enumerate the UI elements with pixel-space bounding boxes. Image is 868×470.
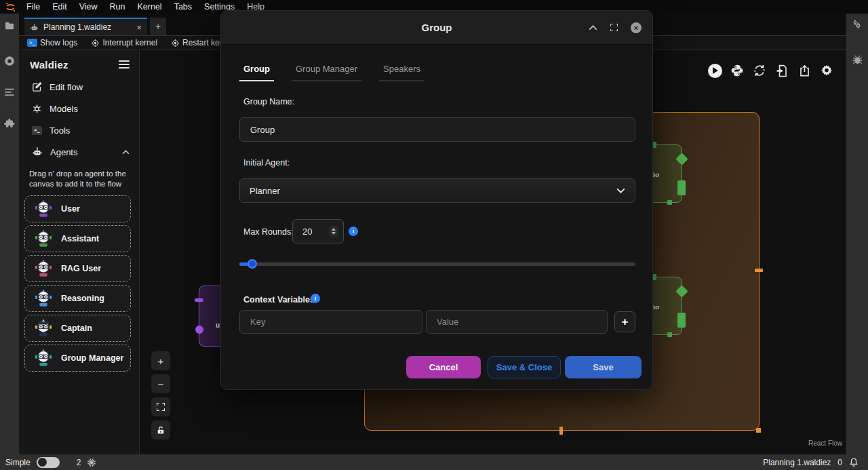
new-tab-button[interactable]: + <box>150 18 166 35</box>
agent-card-label: Reasoning <box>61 294 104 303</box>
agent-card-user[interactable]: User <box>24 195 131 222</box>
node-handle[interactable] <box>195 298 203 302</box>
slider-track[interactable] <box>239 262 635 266</box>
export-share-icon <box>798 64 811 77</box>
run-flow-button[interactable] <box>707 62 723 79</box>
node-handle[interactable] <box>677 180 686 195</box>
lock-icon <box>157 426 165 435</box>
agent-card-rag-user[interactable]: RAG User <box>24 255 131 282</box>
menu-edit[interactable]: Edit <box>46 2 73 12</box>
table-of-contents-icon[interactable] <box>0 87 19 97</box>
menu-kernel[interactable]: Kernel <box>132 2 168 12</box>
modal-tab-group[interactable]: Group <box>239 64 274 81</box>
play-icon <box>708 64 722 78</box>
terminal-icon: >_ <box>27 39 37 47</box>
node-handle[interactable] <box>195 326 203 334</box>
menu-run[interactable]: Run <box>104 2 132 12</box>
tab-close-icon[interactable]: × <box>136 23 142 32</box>
max-rounds-label: Max Rounds: <box>243 227 294 237</box>
interrupt-kernel-button[interactable]: Interrupt kernel <box>91 38 157 47</box>
sidebar-item-edit-flow[interactable]: Edit flow <box>19 76 139 98</box>
bell-icon[interactable] <box>849 457 859 467</box>
save-and-close-button[interactable]: Save & Close <box>488 356 561 378</box>
tab-planning-waldiez[interactable]: Planning 1.waldiez × <box>24 18 147 35</box>
max-rounds-value: 20 <box>302 227 330 237</box>
agent-card-assistant[interactable]: Assistant <box>24 225 131 252</box>
left-activity-bar <box>0 14 19 454</box>
agent-card-label: RAG User <box>61 264 101 273</box>
agent-avatar-icon <box>34 259 53 278</box>
fullscreen-icon[interactable] <box>610 24 618 31</box>
sidebar-item-models[interactable]: Models <box>19 98 139 119</box>
agent-card-label: User <box>61 204 80 214</box>
collapse-chevron-icon[interactable] <box>589 25 597 31</box>
interrupt-kernel-label: Interrupt kernel <box>102 38 157 47</box>
fit-view-icon <box>157 403 165 411</box>
sidebar-item-label: Tools <box>50 125 70 136</box>
kernel-count: 2 <box>77 458 81 467</box>
debugger-bug-icon[interactable] <box>846 54 868 66</box>
sidebar-title: Waldiez <box>30 59 119 71</box>
max-rounds-input[interactable]: 20 <box>292 219 344 243</box>
models-icon <box>32 104 42 114</box>
lock-button[interactable] <box>151 420 170 439</box>
node-handle[interactable] <box>677 313 686 328</box>
resize-handle-right[interactable] <box>755 269 763 272</box>
running-kernels-icon[interactable] <box>0 55 19 67</box>
agent-card-label: Assistant <box>61 234 99 243</box>
group-name-label: Group Name: <box>243 97 294 106</box>
settings-gear-icon[interactable] <box>818 62 835 79</box>
kernel-chip-icon[interactable] <box>87 458 96 467</box>
property-inspector-icon[interactable] <box>846 19 868 31</box>
extensions-icon[interactable] <box>0 118 19 130</box>
node-handle[interactable] <box>667 332 672 337</box>
cancel-button[interactable]: Cancel <box>406 356 481 378</box>
convert-flow-button[interactable] <box>751 62 768 79</box>
modal-close-icon[interactable]: × <box>631 22 642 33</box>
import-flow-button[interactable] <box>774 62 790 79</box>
modal-tab-speakers[interactable]: Speakers <box>379 64 425 81</box>
zoom-in-button[interactable]: + <box>151 351 170 370</box>
agent-avatar-icon <box>34 349 53 368</box>
info-icon[interactable]: i <box>311 294 320 303</box>
sidebar-item-agents[interactable]: Agents <box>19 141 139 163</box>
resize-handle-corner[interactable] <box>756 428 761 433</box>
file-browser-icon[interactable] <box>0 20 19 31</box>
hamburger-menu-icon[interactable] <box>119 58 130 71</box>
context-value-input[interactable] <box>426 310 608 334</box>
sidebar-item-tools[interactable]: >_ Tools <box>19 119 139 141</box>
chevron-up-icon[interactable] <box>122 150 130 155</box>
agent-card-label: Group Manager <box>61 353 123 363</box>
user-node-label: u <box>216 321 220 329</box>
agent-card-reasoning[interactable]: Reasoning <box>24 285 131 312</box>
resize-handle-bottom[interactable] <box>559 427 563 435</box>
zoom-out-button[interactable]: − <box>151 374 170 393</box>
add-context-variable-button[interactable]: + <box>614 311 635 332</box>
jupyter-logo <box>0 1 20 13</box>
context-key-input[interactable] <box>239 310 422 334</box>
slider-thumb[interactable] <box>248 259 257 269</box>
initial-agent-value: Planner <box>250 186 280 196</box>
group-settings-modal: Group × Group Group Manager Speakers Gro… <box>220 10 653 390</box>
node-handle[interactable] <box>667 200 672 205</box>
export-flow-button[interactable] <box>796 62 812 79</box>
number-stepper-icon[interactable] <box>330 226 338 237</box>
show-logs-button[interactable]: >_ Show logs <box>27 38 77 47</box>
max-rounds-slider[interactable] <box>239 258 635 270</box>
fit-view-button[interactable] <box>151 397 170 416</box>
menu-view[interactable]: View <box>73 2 104 12</box>
python-export-button[interactable] <box>729 62 745 79</box>
menu-file[interactable]: File <box>20 2 46 12</box>
modal-tab-group-manager[interactable]: Group Manager <box>292 64 361 81</box>
menu-tabs[interactable]: Tabs <box>168 2 198 12</box>
agent-card-group-manager[interactable]: Group Manager <box>24 345 131 372</box>
info-icon[interactable]: i <box>349 227 358 236</box>
react-flow-attribution[interactable]: React Flow <box>808 439 842 447</box>
initial-agent-select[interactable]: Planner <box>239 178 635 203</box>
group-name-input[interactable] <box>239 117 635 142</box>
agent-card-captain[interactable]: Captain <box>24 315 131 342</box>
mode-toggle[interactable] <box>37 457 60 468</box>
save-button[interactable]: Save <box>565 356 642 378</box>
kernel-icon <box>171 39 180 47</box>
agent-avatar-icon <box>34 229 53 248</box>
